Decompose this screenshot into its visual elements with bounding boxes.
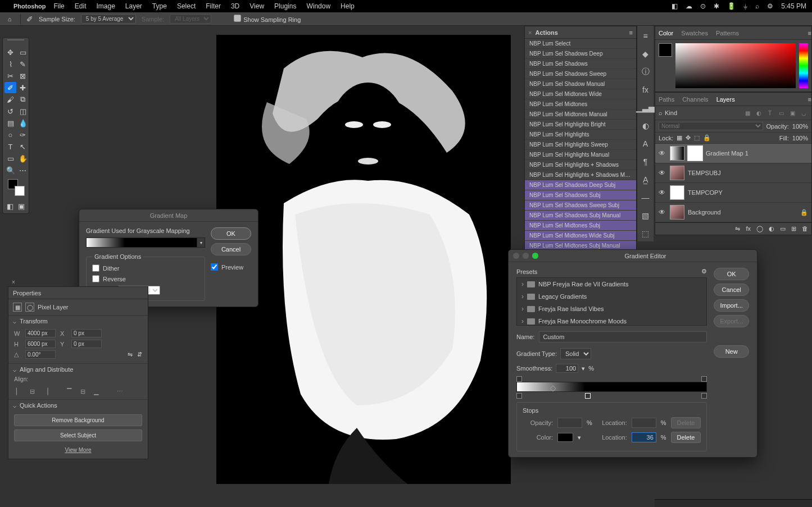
healing-tool[interactable]: ✚: [17, 82, 29, 93]
tab-swatches[interactable]: Swatches: [681, 30, 708, 36]
menu-filter[interactable]: Filter: [206, 2, 221, 10]
align-center-h-icon[interactable]: ⊟: [28, 387, 37, 396]
brushes-icon[interactable]: ◆: [637, 46, 654, 62]
lock-artboard-icon[interactable]: ⬚: [694, 134, 700, 141]
gradient-type-select[interactable]: Solid: [560, 348, 591, 359]
flip-h-icon[interactable]: ⇋: [128, 351, 133, 358]
lock-position-icon[interactable]: ✥: [686, 134, 691, 141]
new-button[interactable]: New: [714, 345, 749, 358]
gradient-dropdown-icon[interactable]: ▾: [197, 237, 205, 248]
menu-plugins[interactable]: Plugins: [274, 2, 296, 10]
document-canvas[interactable]: [216, 35, 511, 484]
tab-patterns[interactable]: Patterns: [716, 30, 739, 36]
adjustment-icon[interactable]: ◐: [769, 225, 774, 232]
action-item[interactable]: NBP Lum Sel Shadows Sweep: [525, 69, 636, 79]
eyedropper-tool-icon[interactable]: ✐: [26, 15, 33, 24]
cancel-button[interactable]: Cancel: [714, 284, 749, 296]
action-item[interactable]: NBP Lum Sel Midtones: [525, 99, 636, 109]
minimize-icon[interactable]: [523, 253, 529, 259]
layer-row[interactable]: 👁Background🔒: [655, 203, 811, 222]
panel-menu-icon[interactable]: ≡: [808, 96, 811, 103]
presets-list[interactable]: NBP Freyja Rae de Vil Gradients Legacy G…: [516, 277, 707, 326]
layer-thumbnail[interactable]: [670, 205, 684, 220]
marquee-tool[interactable]: ▭: [17, 47, 29, 58]
x-input[interactable]: [71, 329, 102, 337]
align-right-icon[interactable]: ▕: [41, 387, 50, 396]
glyphs-icon[interactable]: A̲: [637, 172, 654, 188]
align-left-icon[interactable]: ▏: [14, 387, 23, 396]
clock[interactable]: 5:45 PM: [781, 2, 806, 10]
color-swatch[interactable]: [557, 433, 573, 442]
opacity-stop[interactable]: [516, 376, 522, 382]
color-stop[interactable]: [516, 393, 522, 399]
action-item[interactable]: NBP Lum Sel Shadows Deep: [525, 49, 636, 59]
layer-row[interactable]: 👁TEMPCOPY: [655, 183, 811, 203]
tab-layers[interactable]: Layers: [716, 96, 735, 103]
y-input[interactable]: [71, 340, 102, 348]
3d-icon[interactable]: ⬚: [637, 226, 654, 241]
mask-icon[interactable]: ◯: [756, 225, 763, 232]
horizontal-scrollbar[interactable]: [655, 499, 812, 507]
tab-color[interactable]: Color: [659, 30, 673, 36]
history-icon[interactable]: ≡: [637, 28, 654, 44]
filter-type-icon[interactable]: T: [765, 108, 774, 117]
filter-shape-icon[interactable]: ▭: [777, 108, 786, 117]
new-layer-icon[interactable]: ⊞: [791, 225, 796, 232]
menu-help[interactable]: Help: [341, 2, 355, 10]
action-item[interactable]: NBP Lum Sel Shadows Deep Subj: [525, 180, 636, 190]
close-icon[interactable]: [513, 253, 519, 259]
layer-row[interactable]: 👁TEMPSUBJ: [655, 163, 811, 183]
history-brush-tool[interactable]: ↺: [4, 106, 16, 117]
action-item[interactable]: NBP Lum Sel Shadow Manual: [525, 79, 636, 89]
app-name[interactable]: Photoshop: [13, 3, 46, 10]
visibility-icon[interactable]: 👁: [659, 149, 666, 157]
quick-mask-icon[interactable]: ◧: [4, 200, 16, 212]
action-item[interactable]: NBP Lum Select: [525, 39, 636, 49]
battery-icon[interactable]: 🔋: [727, 2, 736, 10]
status-icon[interactable]: ☁: [686, 2, 692, 10]
import-button[interactable]: Import...: [714, 299, 749, 312]
lock-pixels-icon[interactable]: ▦: [677, 134, 682, 141]
dialog-title[interactable]: Gradient Map: [79, 209, 258, 222]
tab-channels[interactable]: Channels: [682, 96, 708, 103]
flip-v-icon[interactable]: ⇵: [137, 351, 142, 358]
eraser-tool[interactable]: ◫: [17, 106, 29, 117]
shape-tool[interactable]: ▭: [4, 153, 16, 164]
layer-thumbnail[interactable]: [670, 185, 684, 200]
crop-tool[interactable]: ✂: [4, 70, 16, 81]
foreground-swatch[interactable]: [659, 43, 672, 57]
action-item[interactable]: NBP Lum Sel Midtones Subj Manual: [525, 241, 636, 250]
preset-folder[interactable]: NBP Freyja Rae de Vil Gradients: [517, 278, 706, 290]
zoom-tool[interactable]: 🔍: [4, 165, 16, 176]
dither-checkbox[interactable]: [92, 264, 99, 272]
menu-view[interactable]: View: [250, 2, 264, 10]
fill-value[interactable]: 100%: [792, 135, 808, 141]
quick-select-tool[interactable]: ✎: [17, 58, 29, 70]
brush-tool[interactable]: 🖌: [4, 94, 16, 105]
close-icon[interactable]: ×: [12, 279, 15, 285]
align-bottom-icon[interactable]: ▁: [92, 387, 101, 396]
action-item[interactable]: NBP Lum Sel Highlights + Shadows Manual: [525, 170, 636, 180]
maximize-icon[interactable]: [532, 253, 538, 259]
color-swatches[interactable]: [4, 178, 27, 199]
visibility-icon[interactable]: 👁: [659, 189, 666, 197]
histogram-icon[interactable]: ▁▃▅: [637, 100, 654, 116]
character-icon[interactable]: A: [637, 136, 654, 152]
color-stop-selected[interactable]: [585, 393, 591, 399]
visibility-icon[interactable]: 👁: [659, 208, 666, 216]
control-center-icon[interactable]: ⚙: [767, 2, 773, 10]
delete-icon[interactable]: 🗑: [802, 225, 808, 232]
close-icon[interactable]: ×: [528, 29, 532, 36]
menu-select[interactable]: Select: [177, 2, 196, 10]
preset-folder[interactable]: Freyja Rae Monochrome Moods: [517, 315, 706, 326]
styles-icon[interactable]: fx: [637, 82, 654, 98]
opacity-value[interactable]: 100%: [792, 123, 808, 130]
tab-paths[interactable]: Paths: [659, 96, 674, 103]
action-item[interactable]: NBP Lum Sel Shadows Subj Manual: [525, 211, 636, 221]
opacity-stop[interactable]: [701, 376, 707, 382]
layer-name[interactable]: TEMPCOPY: [688, 189, 808, 196]
gradient-name-input[interactable]: [539, 331, 707, 342]
gradient-edit-bar[interactable]: [516, 376, 707, 399]
height-input[interactable]: [25, 340, 56, 348]
filter-smart-icon[interactable]: ▣: [788, 108, 797, 117]
